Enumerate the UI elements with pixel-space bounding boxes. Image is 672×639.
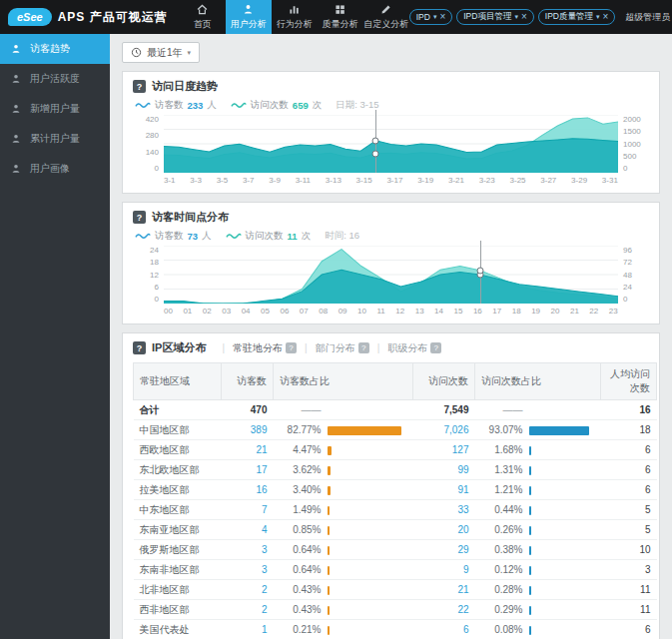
nav-item-1[interactable]: 用户分析 bbox=[226, 0, 272, 34]
sidebar-item-3[interactable]: 累计用户量 bbox=[0, 124, 110, 154]
chart-plot bbox=[164, 115, 618, 173]
filter-pill-0[interactable]: IPD ▾ × bbox=[409, 9, 453, 25]
sidebar-item-2[interactable]: 新增用户量 bbox=[0, 94, 110, 124]
panel-help-icon[interactable]: ? bbox=[133, 211, 146, 224]
filter-pill-2[interactable]: IPD质量管理 ▾ × bbox=[538, 9, 616, 25]
nav-item-4[interactable]: 自定义分析 bbox=[363, 0, 409, 34]
visitor-share-bar bbox=[328, 586, 330, 595]
region-name: 俄罗斯地区部 bbox=[134, 540, 222, 560]
table-row[interactable]: 俄罗斯地区部 3 0.64% 29 0.38% 10 bbox=[134, 540, 657, 560]
region-tab-0[interactable]: 常驻地分布 ? bbox=[233, 341, 297, 355]
table-row[interactable]: 中国地区部 389 82.77% 7,026 93.07% 18 bbox=[134, 420, 657, 440]
marker-dot bbox=[476, 267, 483, 274]
column-header-4[interactable]: 访问次数占比 bbox=[475, 363, 601, 400]
nav-item-0[interactable]: 首页 bbox=[180, 0, 226, 34]
caret-down-icon[interactable]: ▾ bbox=[433, 13, 437, 21]
help-icon: ? bbox=[286, 342, 297, 353]
user-activity-icon bbox=[10, 73, 22, 85]
visits-count[interactable]: 29 bbox=[413, 540, 475, 560]
visits-count[interactable]: 6 bbox=[413, 620, 475, 639]
visits-count[interactable]: 20 bbox=[413, 520, 475, 540]
logo[interactable]: eSee bbox=[0, 0, 58, 34]
table-row[interactable]: 北非地区部 2 0.43% 21 0.28% 11 bbox=[134, 580, 657, 600]
trend-line-icon bbox=[135, 101, 151, 110]
legend-name: 访客数 bbox=[155, 230, 184, 243]
visitors-count[interactable]: 3 bbox=[222, 560, 274, 580]
visitors-count[interactable]: 389 bbox=[222, 420, 274, 440]
nav-item-2[interactable]: 行为分析 bbox=[272, 0, 318, 34]
date-range-select[interactable]: 最近1年 ▾ bbox=[122, 42, 200, 63]
visitors-count[interactable]: 2 bbox=[222, 600, 274, 620]
legend-name: 访问次数 bbox=[246, 230, 284, 243]
nav-label: 用户分析 bbox=[231, 18, 267, 31]
visitors-count[interactable]: 17 bbox=[222, 460, 274, 480]
caret-down-icon: ▾ bbox=[188, 49, 192, 57]
caret-down-icon[interactable]: ▾ bbox=[596, 13, 600, 21]
visitors-count[interactable]: 7 bbox=[222, 500, 274, 520]
visits-count[interactable]: 21 bbox=[413, 580, 475, 600]
column-header-1[interactable]: 访客数 bbox=[222, 363, 274, 400]
per-capita-visits: 18 bbox=[601, 420, 657, 440]
table-row[interactable]: 美国代表处 1 0.21% 6 0.08% 6 bbox=[134, 620, 657, 639]
visitor-share-bar bbox=[328, 526, 330, 535]
filter-pill-1[interactable]: IPD项目管理 ▾ × bbox=[456, 9, 534, 25]
visits-count[interactable]: 33 bbox=[413, 500, 475, 520]
visitors-count[interactable]: 21 bbox=[222, 440, 274, 460]
visit-share: 0.26% bbox=[475, 520, 601, 540]
close-icon[interactable]: × bbox=[439, 12, 445, 22]
column-header-2[interactable]: 访客数占比 bbox=[274, 363, 413, 400]
visitors-count[interactable]: 4 bbox=[222, 520, 274, 540]
visit-share-bar bbox=[529, 626, 531, 635]
user-persona-icon bbox=[10, 163, 22, 175]
column-header-5[interactable]: 人均访问次数 bbox=[601, 363, 657, 400]
visitors-count[interactable]: 1 bbox=[222, 620, 274, 639]
visit-share: 0.08% bbox=[475, 620, 601, 639]
visits-count[interactable]: 91 bbox=[413, 480, 475, 500]
table-row[interactable]: 中东地区部 7 1.49% 33 0.44% 5 bbox=[134, 500, 657, 520]
visits-count[interactable]: 7,026 bbox=[413, 420, 475, 440]
area-chart[interactable] bbox=[164, 246, 618, 304]
area-chart[interactable] bbox=[164, 115, 618, 173]
panel-help-icon[interactable]: ? bbox=[133, 80, 146, 93]
legend-name: 访问次数 bbox=[251, 99, 289, 112]
hover-hint: 日期: 3-15 bbox=[336, 99, 378, 112]
visitor-share-bar bbox=[328, 506, 330, 515]
table-row[interactable]: 拉美地区部 16 3.40% 91 1.21% 6 bbox=[134, 480, 657, 500]
region-name: 西非地区部 bbox=[134, 600, 222, 620]
table-row[interactable]: 西非地区部 2 0.43% 22 0.29% 11 bbox=[134, 600, 657, 620]
visits-count[interactable]: 99 bbox=[413, 460, 475, 480]
sidebar-item-4[interactable]: 用户画像 bbox=[0, 154, 110, 184]
region-name: 西欧地区部 bbox=[134, 440, 222, 460]
nav-item-3[interactable]: 质量分析 bbox=[318, 0, 363, 34]
legend-unit: 人 bbox=[207, 99, 217, 112]
visitor-share: 3.62% bbox=[274, 460, 413, 480]
column-header-3[interactable]: 访问次数 bbox=[413, 363, 475, 400]
sidebar-item-1[interactable]: 用户活跃度 bbox=[0, 64, 110, 94]
caret-down-icon[interactable]: ▾ bbox=[514, 13, 518, 21]
visitors-count[interactable]: 3 bbox=[222, 540, 274, 560]
sidebar-label: 用户活跃度 bbox=[30, 72, 80, 86]
close-icon[interactable]: × bbox=[602, 12, 608, 22]
region-tab-2[interactable]: 职级分布 ? bbox=[387, 341, 441, 355]
table-row[interactable]: 西欧地区部 21 4.47% 127 1.68% 6 bbox=[134, 440, 657, 460]
visitors-count[interactable]: 2 bbox=[222, 580, 274, 600]
visitors-count[interactable]: 16 bbox=[222, 480, 274, 500]
sidebar: 访客趋势 用户活跃度 新增用户量 累计用户量 用户画像 bbox=[0, 34, 110, 639]
close-icon[interactable]: × bbox=[521, 12, 527, 22]
region-table: 常驻地区域访客数访客数占比访问次数访问次数占比人均访问次数 合计 470 —— … bbox=[133, 362, 657, 639]
visits-count[interactable]: 22 bbox=[413, 600, 475, 620]
visits-count[interactable]: 127 bbox=[413, 440, 475, 460]
region-name: 中东地区部 bbox=[134, 500, 222, 520]
region-tab-1[interactable]: 部门分布 ? bbox=[316, 341, 369, 355]
visits-count[interactable]: 9 bbox=[413, 560, 475, 580]
help-icon: ? bbox=[358, 342, 369, 353]
sidebar-item-0[interactable]: 访客趋势 bbox=[0, 34, 110, 64]
table-row[interactable]: 东南亚地区部 4 0.85% 20 0.26% 5 bbox=[134, 520, 657, 540]
panel-help-icon[interactable]: ? bbox=[133, 341, 146, 354]
chart-legend: 访客数 73 人 访问次数 11 次 时间: 16 bbox=[135, 230, 649, 243]
per-capita-visits: 5 bbox=[601, 520, 657, 540]
table-row[interactable]: 东南非地区部 3 0.64% 9 0.12% 3 bbox=[134, 560, 657, 580]
table-row[interactable]: 东北欧地区部 17 3.62% 99 1.31% 6 bbox=[134, 460, 657, 480]
column-header-0[interactable]: 常驻地区域 bbox=[134, 363, 222, 400]
main-content: 最近1年 ▾ ? 访问日度趋势 访客数 233 人 访问次数 659 次 日期:… bbox=[110, 34, 672, 639]
